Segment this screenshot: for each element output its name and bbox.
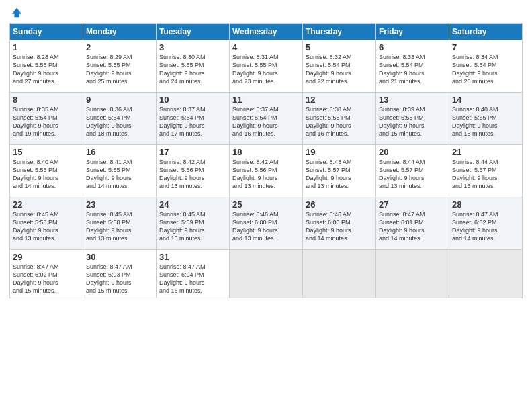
- day-cell: 14Sunrise: 8:40 AM Sunset: 5:55 PM Dayli…: [449, 93, 523, 145]
- day-number: 22: [13, 199, 80, 210]
- day-cell: 23Sunrise: 8:45 AM Sunset: 5:58 PM Dayli…: [83, 197, 157, 250]
- day-info: Sunrise: 8:32 AM Sunset: 5:54 PM Dayligh…: [306, 53, 373, 86]
- day-info: Sunrise: 8:37 AM Sunset: 5:54 PM Dayligh…: [159, 105, 226, 138]
- calendar-table: SundayMondayTuesdayWednesdayThursdayFrid…: [9, 23, 523, 298]
- day-info: Sunrise: 8:36 AM Sunset: 5:54 PM Dayligh…: [86, 105, 153, 138]
- header-cell-tuesday: Tuesday: [157, 24, 230, 40]
- day-cell: 9Sunrise: 8:36 AM Sunset: 5:54 PM Daylig…: [83, 93, 157, 145]
- logo: [9, 7, 23, 19]
- day-info: Sunrise: 8:44 AM Sunset: 5:57 PM Dayligh…: [379, 158, 446, 191]
- day-number: 9: [86, 95, 153, 105]
- day-cell: 7Sunrise: 8:34 AM Sunset: 5:54 PM Daylig…: [449, 40, 523, 93]
- day-cell: [230, 250, 303, 298]
- day-cell: [449, 250, 523, 298]
- day-number: 15: [13, 147, 80, 157]
- day-info: Sunrise: 8:45 AM Sunset: 5:58 PM Dayligh…: [13, 210, 80, 243]
- day-info: Sunrise: 8:37 AM Sunset: 5:54 PM Dayligh…: [232, 105, 300, 138]
- day-number: 8: [13, 95, 80, 105]
- header-cell-saturday: Saturday: [449, 24, 523, 40]
- day-info: Sunrise: 8:40 AM Sunset: 5:55 PM Dayligh…: [452, 105, 519, 138]
- day-info: Sunrise: 8:38 AM Sunset: 5:55 PM Dayligh…: [306, 105, 373, 138]
- week-row-3: 15Sunrise: 8:40 AM Sunset: 5:55 PM Dayli…: [10, 145, 523, 197]
- day-cell: 1Sunrise: 8:28 AM Sunset: 5:55 PM Daylig…: [10, 40, 83, 93]
- day-cell: 25Sunrise: 8:46 AM Sunset: 6:00 PM Dayli…: [230, 197, 303, 250]
- day-info: Sunrise: 8:47 AM Sunset: 6:04 PM Dayligh…: [159, 263, 226, 295]
- day-number: 12: [306, 95, 373, 105]
- day-cell: 4Sunrise: 8:31 AM Sunset: 5:55 PM Daylig…: [230, 40, 303, 93]
- day-cell: [376, 250, 449, 298]
- day-info: Sunrise: 8:46 AM Sunset: 6:00 PM Dayligh…: [306, 210, 373, 243]
- day-info: Sunrise: 8:47 AM Sunset: 6:01 PM Dayligh…: [379, 210, 446, 243]
- day-cell: 12Sunrise: 8:38 AM Sunset: 5:55 PM Dayli…: [303, 93, 376, 145]
- day-cell: 28Sunrise: 8:47 AM Sunset: 6:02 PM Dayli…: [449, 197, 523, 250]
- header-cell-sunday: Sunday: [10, 24, 83, 40]
- day-cell: 21Sunrise: 8:44 AM Sunset: 5:57 PM Dayli…: [449, 145, 523, 197]
- day-number: 26: [306, 199, 373, 210]
- day-info: Sunrise: 8:31 AM Sunset: 5:55 PM Dayligh…: [232, 53, 300, 86]
- day-cell: 22Sunrise: 8:45 AM Sunset: 5:58 PM Dayli…: [10, 197, 83, 250]
- day-number: 10: [159, 95, 226, 105]
- day-info: Sunrise: 8:45 AM Sunset: 5:59 PM Dayligh…: [159, 210, 226, 243]
- day-cell: 6Sunrise: 8:33 AM Sunset: 5:54 PM Daylig…: [376, 40, 449, 93]
- header-row: SundayMondayTuesdayWednesdayThursdayFrid…: [10, 24, 523, 40]
- day-number: 5: [306, 42, 373, 52]
- day-cell: 30Sunrise: 8:47 AM Sunset: 6:03 PM Dayli…: [83, 250, 157, 298]
- day-info: Sunrise: 8:28 AM Sunset: 5:55 PM Dayligh…: [13, 53, 80, 86]
- day-cell: 26Sunrise: 8:46 AM Sunset: 6:00 PM Dayli…: [303, 197, 376, 250]
- day-number: 19: [306, 147, 373, 157]
- day-number: 16: [86, 147, 153, 157]
- day-cell: 3Sunrise: 8:30 AM Sunset: 5:55 PM Daylig…: [157, 40, 230, 93]
- day-number: 11: [232, 95, 300, 105]
- day-info: Sunrise: 8:47 AM Sunset: 6:03 PM Dayligh…: [86, 263, 153, 295]
- day-cell: 20Sunrise: 8:44 AM Sunset: 5:57 PM Dayli…: [376, 145, 449, 197]
- header: [9, 7, 523, 19]
- day-number: 13: [379, 95, 446, 105]
- day-cell: 24Sunrise: 8:45 AM Sunset: 5:59 PM Dayli…: [157, 197, 230, 250]
- day-info: Sunrise: 8:39 AM Sunset: 5:55 PM Dayligh…: [379, 105, 446, 138]
- day-number: 17: [159, 147, 226, 157]
- day-info: Sunrise: 8:42 AM Sunset: 5:56 PM Dayligh…: [232, 158, 300, 191]
- day-number: 29: [13, 252, 80, 262]
- day-info: Sunrise: 8:43 AM Sunset: 5:57 PM Dayligh…: [306, 158, 373, 191]
- day-cell: [303, 250, 376, 298]
- day-cell: 31Sunrise: 8:47 AM Sunset: 6:04 PM Dayli…: [157, 250, 230, 298]
- day-info: Sunrise: 8:34 AM Sunset: 5:54 PM Dayligh…: [452, 53, 519, 86]
- day-info: Sunrise: 8:40 AM Sunset: 5:55 PM Dayligh…: [13, 158, 80, 191]
- day-number: 18: [232, 147, 300, 157]
- day-cell: 5Sunrise: 8:32 AM Sunset: 5:54 PM Daylig…: [303, 40, 376, 93]
- day-cell: 17Sunrise: 8:42 AM Sunset: 5:56 PM Dayli…: [157, 145, 230, 197]
- week-row-2: 8Sunrise: 8:35 AM Sunset: 5:54 PM Daylig…: [10, 93, 523, 145]
- day-cell: 11Sunrise: 8:37 AM Sunset: 5:54 PM Dayli…: [230, 93, 303, 145]
- day-info: Sunrise: 8:41 AM Sunset: 5:55 PM Dayligh…: [86, 158, 153, 191]
- day-number: 4: [232, 42, 300, 52]
- day-number: 25: [232, 199, 300, 210]
- day-cell: 8Sunrise: 8:35 AM Sunset: 5:54 PM Daylig…: [10, 93, 83, 145]
- day-info: Sunrise: 8:42 AM Sunset: 5:56 PM Dayligh…: [159, 158, 226, 191]
- day-cell: 10Sunrise: 8:37 AM Sunset: 5:54 PM Dayli…: [157, 93, 230, 145]
- day-number: 27: [379, 199, 446, 210]
- day-cell: 15Sunrise: 8:40 AM Sunset: 5:55 PM Dayli…: [10, 145, 83, 197]
- day-info: Sunrise: 8:47 AM Sunset: 6:02 PM Dayligh…: [13, 263, 80, 295]
- day-cell: 27Sunrise: 8:47 AM Sunset: 6:01 PM Dayli…: [376, 197, 449, 250]
- day-info: Sunrise: 8:33 AM Sunset: 5:54 PM Dayligh…: [379, 53, 446, 86]
- day-cell: 2Sunrise: 8:29 AM Sunset: 5:55 PM Daylig…: [83, 40, 157, 93]
- day-number: 23: [86, 199, 153, 210]
- day-number: 20: [379, 147, 446, 157]
- day-number: 30: [86, 252, 153, 262]
- day-number: 2: [86, 42, 153, 52]
- logo-icon: [11, 7, 23, 19]
- day-number: 3: [159, 42, 226, 52]
- day-info: Sunrise: 8:35 AM Sunset: 5:54 PM Dayligh…: [13, 105, 80, 138]
- day-cell: 18Sunrise: 8:42 AM Sunset: 5:56 PM Dayli…: [230, 145, 303, 197]
- week-row-1: 1Sunrise: 8:28 AM Sunset: 5:55 PM Daylig…: [10, 40, 523, 93]
- day-number: 6: [379, 42, 446, 52]
- day-info: Sunrise: 8:29 AM Sunset: 5:55 PM Dayligh…: [86, 53, 153, 86]
- day-number: 28: [452, 199, 519, 210]
- header-cell-monday: Monday: [83, 24, 157, 40]
- day-number: 7: [452, 42, 519, 52]
- day-cell: 19Sunrise: 8:43 AM Sunset: 5:57 PM Dayli…: [303, 145, 376, 197]
- header-cell-thursday: Thursday: [303, 24, 376, 40]
- svg-marker-0: [12, 8, 21, 17]
- day-info: Sunrise: 8:30 AM Sunset: 5:55 PM Dayligh…: [159, 53, 226, 86]
- week-row-4: 22Sunrise: 8:45 AM Sunset: 5:58 PM Dayli…: [10, 197, 523, 250]
